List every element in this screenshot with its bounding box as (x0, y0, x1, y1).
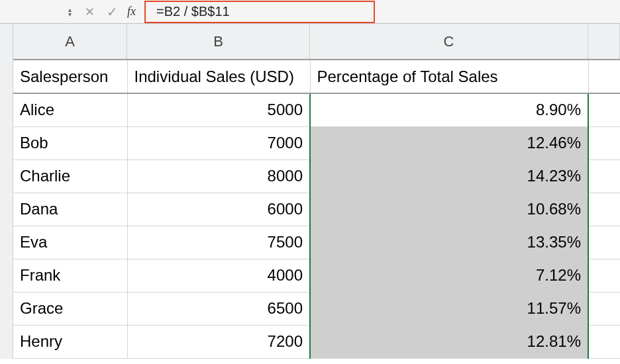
formula-input[interactable] (151, 3, 310, 21)
table-row: Frank 4000 7.12% (13, 259, 620, 292)
row-gutter (0, 24, 13, 359)
cell[interactable] (588, 226, 620, 259)
cell[interactable]: 8000 (127, 159, 310, 193)
cell[interactable]: Eva (13, 226, 127, 259)
col-header-B[interactable]: B (127, 24, 310, 59)
cell[interactable]: 4000 (127, 259, 310, 292)
cell[interactable]: Henry (13, 325, 127, 358)
cell[interactable]: 5000 (127, 93, 310, 126)
table-row: Alice 5000 8.90% (13, 93, 620, 126)
cell[interactable]: 6500 (127, 292, 310, 325)
cell[interactable] (588, 259, 620, 292)
cell[interactable]: Alice (13, 93, 127, 126)
confirm-button[interactable]: ✓ (103, 4, 121, 20)
cell[interactable]: Dana (13, 193, 127, 226)
cell[interactable]: 7500 (127, 226, 310, 259)
column-headers: A B C (13, 24, 620, 60)
cell[interactable]: 7.12% (310, 259, 588, 292)
cell[interactable]: 10.68% (310, 193, 588, 226)
formula-bar: ▴ ▾ ✕ ✓ fx (0, 0, 620, 24)
table-row: Bob 7000 12.46% (13, 126, 620, 159)
cell[interactable]: 6000 (127, 193, 310, 226)
col-header-A[interactable]: A (13, 24, 127, 59)
name-box-area: ▴ ▾ (4, 7, 76, 17)
cell[interactable] (588, 93, 620, 126)
cell[interactable]: 11.57% (310, 292, 588, 325)
table-row: Grace 6500 11.57% (13, 292, 620, 325)
cell[interactable] (588, 159, 620, 193)
stepper-down-icon[interactable]: ▾ (68, 12, 72, 17)
cell[interactable] (588, 126, 620, 159)
cell-A1[interactable]: Salesperson (13, 60, 127, 93)
sheet-area: A B C Salesperson Individual Sales (USD)… (0, 24, 620, 359)
cell[interactable]: Grace (13, 292, 127, 325)
cell[interactable]: 13.35% (310, 226, 588, 259)
cell[interactable]: Charlie (13, 159, 127, 193)
cell[interactable]: Frank (13, 259, 127, 292)
cell[interactable]: 7200 (127, 325, 310, 358)
col-header-D[interactable] (588, 24, 620, 59)
cell[interactable]: 12.46% (310, 126, 588, 159)
name-box-stepper[interactable]: ▴ ▾ (68, 7, 72, 17)
cell[interactable]: Bob (13, 126, 127, 159)
cell-B1[interactable]: Individual Sales (USD) (127, 60, 310, 93)
cell[interactable] (588, 292, 620, 325)
x-icon: ✕ (85, 5, 95, 19)
table-row: Charlie 8000 14.23% (13, 159, 620, 193)
table-row: Salesperson Individual Sales (USD) Perce… (13, 60, 620, 93)
cell-C1[interactable]: Percentage of Total Sales (310, 60, 588, 93)
cell-D1[interactable] (588, 60, 620, 93)
cell[interactable]: 12.81% (310, 325, 588, 358)
table-row: Dana 6000 10.68% (13, 193, 620, 226)
grid: A B C Salesperson Individual Sales (USD)… (13, 24, 620, 359)
col-header-C[interactable]: C (310, 24, 588, 59)
cell[interactable]: 7000 (127, 126, 310, 159)
cell[interactable] (588, 325, 620, 358)
table-row: Henry 7200 12.81% (13, 325, 620, 358)
cell[interactable]: 14.23% (310, 159, 588, 193)
data-table[interactable]: Salesperson Individual Sales (USD) Perce… (13, 60, 620, 359)
cancel-button[interactable]: ✕ (81, 5, 98, 19)
cell-active[interactable]: 8.90% (310, 93, 588, 126)
separator (145, 5, 146, 19)
fx-label[interactable]: fx (126, 5, 140, 19)
cell[interactable] (588, 193, 620, 226)
check-icon: ✓ (107, 5, 118, 19)
table-row: Eva 7500 13.35% (13, 226, 620, 259)
